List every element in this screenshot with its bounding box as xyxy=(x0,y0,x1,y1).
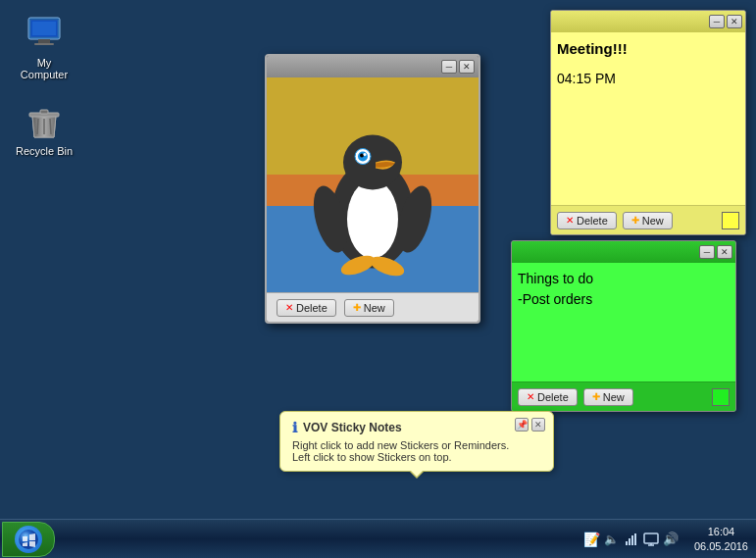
sticky-yellow-content: Meeting!!! 04:15 PM xyxy=(551,32,745,205)
sticky-yellow-close-btn[interactable]: ✕ xyxy=(727,15,742,28)
penguin-delete-label: Delete xyxy=(296,302,328,314)
sticky-yellow-delete-button[interactable]: ✕ Delete xyxy=(557,212,617,229)
clock-date: 06.05.2016 xyxy=(694,539,748,553)
svg-rect-4 xyxy=(34,43,54,45)
notif-line1: Right click to add new Stickers or Remin… xyxy=(292,439,541,451)
clock-time: 16:04 xyxy=(708,525,735,538)
sticky-yellow-titlebar: ─ ✕ xyxy=(551,11,745,32)
windows-orb-svg xyxy=(18,529,39,550)
delete-x-icon: ✕ xyxy=(285,302,293,313)
svg-point-20 xyxy=(364,153,367,156)
svg-rect-30 xyxy=(634,533,636,545)
penguin-minimize-btn[interactable]: ─ xyxy=(441,60,457,74)
yellow-delete-label: Delete xyxy=(577,215,608,227)
svg-rect-6 xyxy=(32,22,56,35)
start-button[interactable] xyxy=(2,522,55,557)
notif-line2: Left click to show Stickers on top. xyxy=(292,451,541,463)
display-tray-icon[interactable] xyxy=(643,532,659,547)
notif-close-btn[interactable]: ✕ xyxy=(531,418,545,431)
sticky-yellow-swatch[interactable] xyxy=(722,212,739,229)
sticky-green-close-btn[interactable]: ✕ xyxy=(717,245,732,259)
notif-title: VOV Sticky Notes xyxy=(303,421,402,434)
my-computer-svg xyxy=(25,14,64,53)
sticky-yellow-minimize-btn[interactable]: ─ xyxy=(709,15,725,28)
recycle-bin-icon[interactable]: Recycle Bin xyxy=(10,98,78,161)
clock-area: 16:04 06.05.2016 xyxy=(686,525,756,553)
sticky-green-minimize-btn[interactable]: ─ xyxy=(699,245,715,259)
display-icon-svg xyxy=(643,533,659,546)
new-plus-icon: ✚ xyxy=(353,302,361,313)
sticky-green-footer: ✕ Delete ✚ New xyxy=(512,381,735,411)
yellow-delete-icon: ✕ xyxy=(566,215,574,226)
svg-point-19 xyxy=(360,153,364,157)
penguin-delete-button[interactable]: ✕ Delete xyxy=(277,299,336,317)
svg-line-11 xyxy=(37,119,38,134)
volume-tray-icon[interactable]: 🔊 xyxy=(663,532,679,547)
penguin-footer: ✕ Delete ✚ New xyxy=(267,292,479,322)
penguin-canvas xyxy=(267,77,479,292)
penguin-titlebar: ─ ✕ xyxy=(267,56,479,77)
sticky-yellow-window: ─ ✕ Meeting!!! 04:15 PM ✕ Delete ✚ New xyxy=(550,10,746,235)
svg-line-13 xyxy=(50,119,51,134)
systray: 📝 🔈 🔊 xyxy=(577,532,686,547)
sticky-green-swatch[interactable] xyxy=(712,388,730,406)
green-new-icon: ✚ xyxy=(592,391,600,402)
notification-header: ℹ VOV Sticky Notes xyxy=(292,420,541,435)
sticky-yellow-footer: ✕ Delete ✚ New xyxy=(551,205,745,234)
yellow-new-label: New xyxy=(642,215,664,227)
green-delete-label: Delete xyxy=(537,391,569,403)
network-tray-icon[interactable] xyxy=(624,532,639,547)
notif-close-btns: 📌 ✕ xyxy=(515,418,545,431)
sticky-yellow-line3: 04:15 PM xyxy=(557,69,739,89)
sticky-tray-icon[interactable]: 📝 xyxy=(584,532,600,547)
recycle-bin-label: Recycle Bin xyxy=(16,145,73,157)
penguin-window: ─ ✕ xyxy=(265,54,480,324)
start-logo xyxy=(15,526,42,553)
sticky-green-window: ─ ✕ Things to do -Post orders ✕ Delete ✚… xyxy=(511,240,736,412)
desktop: My Computer Recycle Bin xyxy=(0,0,756,519)
penguin-new-button[interactable]: ✚ New xyxy=(344,299,394,317)
sticky-green-line2: -Post orders xyxy=(518,289,730,310)
green-new-label: New xyxy=(603,391,625,403)
yellow-new-icon: ✚ xyxy=(631,215,639,226)
sticky-yellow-line1: Meeting!!! xyxy=(557,38,739,61)
svg-rect-31 xyxy=(644,533,658,543)
speaker-tray-icon[interactable]: 🔈 xyxy=(604,532,620,547)
sticky-green-line1: Things to do xyxy=(518,269,730,289)
my-computer-label: My Computer xyxy=(14,57,75,80)
svg-rect-3 xyxy=(38,39,50,43)
taskbar: 📝 🔈 🔊 16:04 06.05.2016 xyxy=(0,519,756,558)
sticky-green-delete-button[interactable]: ✕ Delete xyxy=(518,388,578,406)
my-computer-icon[interactable]: My Computer xyxy=(10,10,78,84)
sticky-green-content: Things to do -Post orders xyxy=(512,263,735,381)
svg-rect-10 xyxy=(40,110,48,114)
notif-pin-btn[interactable]: 📌 xyxy=(515,418,529,431)
penguin-svg xyxy=(309,101,436,287)
svg-rect-27 xyxy=(626,541,628,545)
recycle-bin-svg xyxy=(25,102,64,141)
green-delete-icon: ✕ xyxy=(527,391,534,402)
svg-point-15 xyxy=(347,179,398,258)
sticky-yellow-spacer xyxy=(557,61,739,69)
notification-popup: 📌 ✕ ℹ VOV Sticky Notes Right click to ad… xyxy=(279,411,554,472)
sticky-yellow-new-button[interactable]: ✚ New xyxy=(623,212,673,229)
svg-rect-29 xyxy=(631,535,633,545)
penguin-close-btn[interactable]: ✕ xyxy=(459,60,475,74)
sticky-green-titlebar: ─ ✕ xyxy=(512,241,735,263)
network-icon-svg xyxy=(625,533,638,546)
svg-rect-28 xyxy=(629,538,630,545)
notif-info-icon: ℹ xyxy=(292,420,297,435)
sticky-green-new-button[interactable]: ✚ New xyxy=(583,388,633,406)
penguin-new-label: New xyxy=(364,302,385,314)
